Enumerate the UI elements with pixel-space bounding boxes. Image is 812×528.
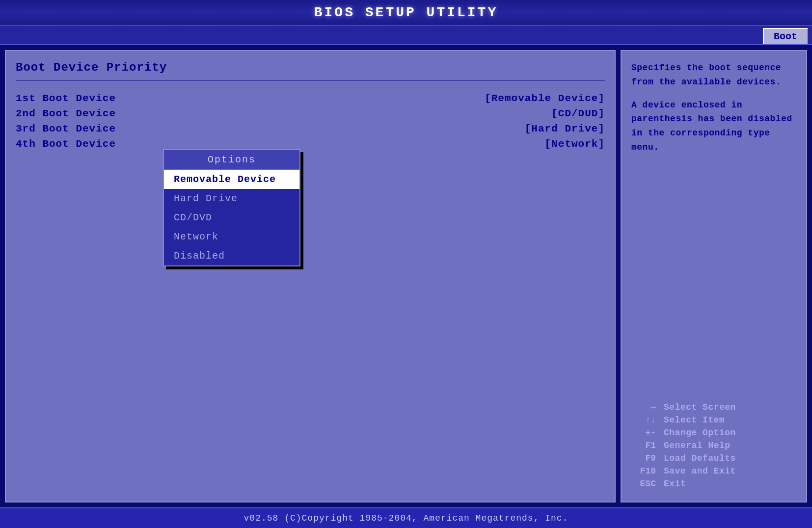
boot-device-label-3: 3rd Boot Device	[16, 123, 116, 134]
section-title: Boot Device Priority	[16, 61, 605, 74]
tab-bar: Boot	[0, 26, 812, 45]
dropdown-item-cddvd[interactable]: CD/DVD	[164, 208, 299, 227]
keybinding-row: ↑↓Select Item	[631, 415, 796, 425]
right-panel: Specifies the boot sequence from the ava…	[621, 50, 807, 502]
key-desc: Select Item	[664, 415, 725, 425]
key-code: F10	[631, 466, 656, 476]
dropdown-item-removable[interactable]: Removable Device	[164, 170, 299, 189]
dropdown-item-harddrive[interactable]: Hard Drive	[164, 189, 299, 208]
dropdown-item-network[interactable]: Network	[164, 227, 299, 246]
keybindings-section: ↔Select Screen↑↓Select Item+-Change Opti…	[631, 402, 796, 492]
boot-devices-list: 1st Boot Device [Removable Device] 2nd B…	[16, 93, 605, 150]
help-section: Specifies the boot sequence from the ava…	[631, 61, 796, 155]
table-row[interactable]: 2nd Boot Device [CD/DUD]	[16, 108, 605, 119]
boot-device-label-4: 4th Boot Device	[16, 138, 116, 150]
boot-device-value-3: [Hard Drive]	[525, 123, 605, 134]
key-desc: General Help	[664, 441, 731, 450]
keybinding-row: ↔Select Screen	[631, 402, 796, 412]
boot-device-label-1: 1st Boot Device	[16, 93, 116, 104]
main-content: Boot Device Priority 1st Boot Device [Re…	[0, 45, 812, 507]
help-text-2: A device enclosed in parenthesis has bee…	[631, 98, 796, 155]
header-bar: BIOS SETUP UTILITY	[0, 0, 812, 26]
boot-device-label-2: 2nd Boot Device	[16, 108, 116, 119]
key-code: +-	[631, 428, 656, 438]
keybinding-row: ESCExit	[631, 479, 796, 489]
table-row[interactable]: 4th Boot Device [Network]	[16, 138, 605, 150]
table-row[interactable]: 3rd Boot Device [Hard Drive]	[16, 123, 605, 134]
divider	[16, 80, 605, 81]
table-row[interactable]: 1st Boot Device [Removable Device]	[16, 93, 605, 104]
keybinding-row: F9Load Defaults	[631, 453, 796, 463]
keybinding-row: F1General Help	[631, 441, 796, 450]
help-text-1: Specifies the boot sequence from the ava…	[631, 61, 796, 89]
key-desc: Load Defaults	[664, 453, 736, 463]
dropdown-popup: Options Removable Device Hard Drive CD/D…	[163, 149, 300, 266]
footer-text: v02.58 (C)Copyright 1985-2004, American …	[244, 513, 568, 523]
boot-device-value-1: [Removable Device]	[485, 93, 605, 104]
keybinding-row: F10Save and Exit	[631, 466, 796, 476]
left-panel: Boot Device Priority 1st Boot Device [Re…	[5, 50, 616, 502]
header-title: BIOS SETUP UTILITY	[314, 5, 498, 20]
tab-boot[interactable]: Boot	[763, 28, 808, 44]
key-desc: Change Option	[664, 428, 736, 438]
footer-bar: v02.58 (C)Copyright 1985-2004, American …	[0, 507, 812, 528]
key-code: F1	[631, 441, 656, 450]
key-desc: Save and Exit	[664, 466, 736, 476]
bios-screen: BIOS SETUP UTILITY Boot Boot Device Prio…	[0, 0, 812, 528]
key-code: ESC	[631, 479, 656, 489]
key-desc: Select Screen	[664, 402, 736, 412]
key-desc: Exit	[664, 479, 686, 489]
dropdown-item-disabled[interactable]: Disabled	[164, 246, 299, 265]
keybinding-row: +-Change Option	[631, 428, 796, 438]
key-code: F9	[631, 453, 656, 463]
dropdown-header: Options	[164, 150, 299, 170]
key-code: ↔	[631, 402, 656, 412]
key-code: ↑↓	[631, 415, 656, 425]
boot-device-value-2: [CD/DUD]	[551, 108, 605, 119]
boot-device-value-4: [Network]	[545, 138, 605, 150]
